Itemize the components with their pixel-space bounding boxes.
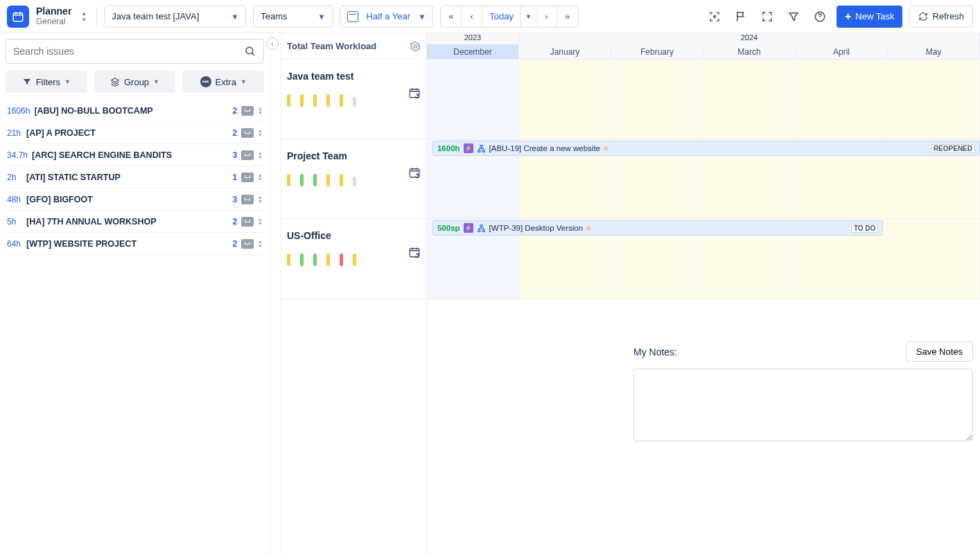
sort-handle-icon[interactable]: ▲▼ (258, 173, 263, 182)
issue-row[interactable]: 64h [WTP] WEBSITE PROJECT 2 ▲▼ (6, 233, 264, 255)
range-dropdown[interactable]: Half a Year ▼ (340, 6, 433, 28)
timeline-cell[interactable] (888, 60, 980, 139)
chevron-down-icon: ▼ (231, 12, 238, 21)
new-task-label: New Task (855, 11, 894, 21)
team-calendar-icon[interactable] (408, 87, 421, 99)
team-cell: Java team test (281, 60, 426, 139)
refresh-label: Refresh (932, 11, 964, 21)
refresh-icon (918, 12, 928, 21)
sort-handle-icon[interactable]: ▲▼ (258, 195, 263, 204)
project-dropdown-label: Java team test [JAVA] (112, 11, 199, 21)
issue-count: 3 (232, 150, 237, 160)
team-calendar-icon[interactable] (408, 246, 421, 258)
timeline-month[interactable]: March (703, 44, 796, 59)
issue-hours: 1606h (7, 106, 30, 116)
search-box[interactable] (6, 39, 264, 64)
filter-icon[interactable] (784, 7, 803, 26)
issue-row[interactable]: 48h [GFO] BIGFOOT 3 ▲▼ (6, 188, 264, 211)
timeline-month[interactable]: January (519, 44, 611, 59)
team-calendar-icon[interactable] (408, 166, 421, 179)
nav-today-dropdown[interactable]: ▼ (521, 6, 536, 27)
issue-hours: 21h (7, 128, 22, 138)
task-bar[interactable]: 1600h ⚡ [ABU-19] Create a new website ≡ … (432, 141, 980, 156)
help-icon[interactable] (810, 7, 830, 26)
chevron-down-icon: ▼ (240, 78, 247, 85)
svg-rect-11 (480, 224, 482, 227)
workload-bar (313, 174, 317, 186)
timeline-cell[interactable] (611, 60, 703, 139)
timeline-month[interactable]: December (427, 44, 519, 59)
timeline-cell[interactable] (703, 60, 796, 139)
sidebar: Filters ▼ Group ▼ ••• Extra ▼ 1606h [ABU… (0, 33, 270, 555)
timeline-cell[interactable] (519, 60, 611, 139)
app-switch-sort-icon[interactable]: ▲▼ (78, 10, 89, 23)
chevron-down-icon: ▼ (317, 12, 325, 21)
mode-dropdown-label: Teams (261, 11, 287, 21)
workload-bar (313, 94, 317, 107)
issue-title: [GFO] BIGFOOT (26, 195, 228, 204)
issue-row[interactable]: 21h [AP] A PROJECT 2 ▲▼ (6, 122, 264, 144)
gear-icon[interactable] (410, 41, 421, 52)
notes-area: My Notes: Save Notes (633, 342, 973, 443)
workload-bar (340, 254, 343, 266)
timeline-month[interactable]: February (611, 44, 703, 59)
workload-bar (326, 94, 330, 107)
task-label: [ABU-19] Create a new website (489, 144, 600, 152)
issue-hours: 2h (7, 173, 22, 182)
workload-bar (300, 254, 304, 266)
timeline-row: 500sp ⚡ [WTP-39] Desktop Version ≡ TO DO (427, 219, 980, 299)
scan-icon[interactable] (705, 7, 724, 26)
nav-first-button[interactable]: « (441, 6, 462, 27)
sort-handle-icon[interactable]: ▲▼ (258, 129, 263, 137)
timeline-month[interactable]: May (888, 44, 980, 59)
timeline-cell[interactable] (796, 60, 888, 139)
timeline-year: 2023 (427, 33, 519, 44)
chevron-down-icon: ▼ (64, 78, 71, 85)
task-bar[interactable]: 500sp ⚡ [WTP-39] Desktop Version ≡ TO DO (432, 220, 883, 236)
nav-prev-button[interactable]: ‹ (462, 6, 482, 27)
more-dots-icon: ••• (200, 76, 211, 87)
sort-handle-icon[interactable]: ▲▼ (258, 218, 263, 226)
project-dropdown[interactable]: Java team test [JAVA] ▼ (104, 6, 246, 28)
refresh-button[interactable]: Refresh (909, 6, 973, 28)
sort-handle-icon[interactable]: ▲▼ (258, 151, 263, 159)
group-button[interactable]: Group ▼ (94, 71, 176, 93)
nav-last-button[interactable]: » (557, 6, 578, 27)
nav-today-button[interactable]: Today (482, 6, 521, 27)
timeline-cell[interactable] (427, 60, 519, 139)
workload-bar (287, 254, 290, 266)
issue-count: 2 (232, 239, 237, 249)
new-task-button[interactable]: + New Task (837, 6, 902, 28)
range-dropdown-label: Half a Year (367, 11, 411, 21)
issue-row[interactable]: 1606h [ABU] NO-BULL BOOTCAMP 2 ▲▼ (6, 100, 264, 122)
inbox-icon (241, 217, 254, 227)
fullscreen-icon[interactable] (758, 7, 777, 26)
timeline-cell[interactable] (888, 219, 980, 299)
search-icon[interactable] (244, 45, 256, 58)
nav-next-button[interactable]: › (536, 6, 557, 27)
flag-icon[interactable] (731, 7, 751, 26)
issue-row[interactable]: 34.7h [ARC] SEARCH ENGINE BANDITS 3 ▲▼ (6, 144, 264, 166)
funnel-icon (22, 77, 32, 87)
workload-bar (340, 174, 343, 186)
issue-row[interactable]: 2h [ATI] STATIC STARTUP 1 ▲▼ (6, 166, 264, 188)
mode-dropdown[interactable]: Teams ▼ (253, 6, 333, 28)
issue-count: 1 (232, 173, 237, 182)
divider (96, 7, 97, 26)
timeline-month[interactable]: April (796, 44, 888, 59)
collapse-handle: ‹ (270, 33, 281, 555)
extra-button[interactable]: ••• Extra ▼ (182, 71, 264, 93)
save-notes-button[interactable]: Save Notes (906, 342, 973, 362)
filters-button[interactable]: Filters ▼ (6, 71, 87, 93)
collapse-sidebar-button[interactable]: ‹ (266, 37, 279, 50)
issue-row[interactable]: 5h [HA] 7TH ANNUAL WORKSHOP 2 ▲▼ (6, 211, 264, 233)
search-input[interactable] (13, 46, 238, 57)
workload-bar (300, 94, 304, 107)
sort-handle-icon[interactable]: ▲▼ (258, 107, 263, 115)
workload-bar (300, 174, 304, 186)
sort-handle-icon[interactable]: ▲▼ (258, 240, 263, 248)
inbox-icon (241, 173, 254, 182)
app-subtitle: General (36, 17, 71, 26)
notes-textarea[interactable] (633, 369, 973, 441)
svg-point-1 (714, 15, 716, 17)
